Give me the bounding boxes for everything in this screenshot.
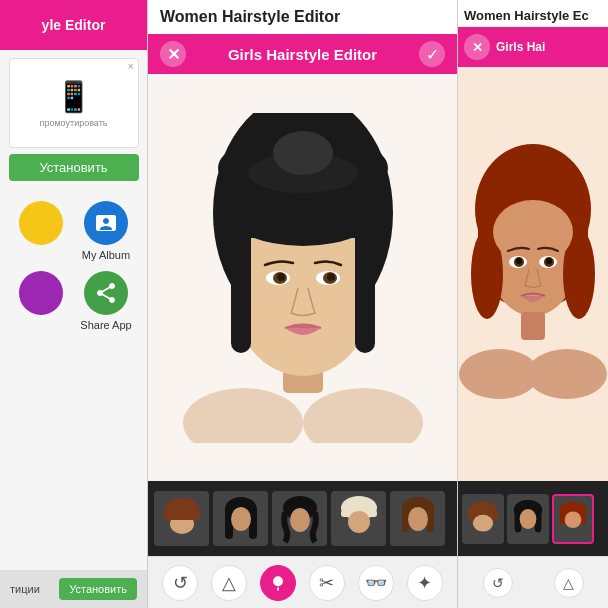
ad-box: × 📱 промоутировать xyxy=(9,58,139,148)
right-close-button[interactable]: ✕ xyxy=(464,34,490,60)
album-icon xyxy=(84,201,128,245)
right-panel: Women Hairstyle Ec ✕ Girls Hai xyxy=(458,0,608,608)
icon-item-yellow xyxy=(14,201,69,261)
svg-point-52 xyxy=(527,349,607,399)
icon-item-my-album[interactable]: My Album xyxy=(79,201,134,261)
yellow-icon xyxy=(19,201,63,245)
svg-point-17 xyxy=(183,388,303,443)
svg-rect-32 xyxy=(402,507,409,532)
middle-close-button[interactable]: ✕ xyxy=(160,41,186,67)
svg-rect-21 xyxy=(164,512,200,520)
right-hair-thumb-1[interactable] xyxy=(462,494,504,544)
hair-color-tool[interactable] xyxy=(260,565,296,601)
undo-tool[interactable]: ↺ xyxy=(162,565,198,601)
svg-point-59 xyxy=(520,508,537,528)
album-label: My Album xyxy=(82,249,130,261)
middle-face-svg xyxy=(173,113,433,443)
svg-point-34 xyxy=(408,507,428,531)
purple-icon xyxy=(19,271,63,315)
sparkle-tool[interactable]: ✦ xyxy=(407,565,443,601)
shape-tool[interactable]: △ xyxy=(211,565,247,601)
right-header-top: Women Hairstyle Ec xyxy=(458,0,608,27)
left-icons: My Album Share App xyxy=(0,201,147,331)
hair-thumb-4[interactable] xyxy=(331,491,386,546)
right-hair-thumb-2[interactable] xyxy=(507,494,549,544)
left-panel: yle Editor × 📱 промоутировать Установить… xyxy=(0,0,148,608)
ustanovit-button[interactable]: Установить xyxy=(59,578,137,600)
right-undo-tool[interactable]: ↺ xyxy=(483,568,513,598)
svg-point-55 xyxy=(473,514,493,531)
bottom-bar: тиции Установить xyxy=(0,570,147,608)
svg-point-18 xyxy=(303,388,423,443)
middle-panel: Women Hairstyle Editor ✕ Girls Hairstyle… xyxy=(148,0,458,608)
share-label: Share App xyxy=(80,319,131,331)
bottom-text: тиции xyxy=(10,583,40,595)
svg-point-48 xyxy=(516,258,522,264)
middle-sub-title: Girls Hairstyle Editor xyxy=(228,46,377,63)
svg-rect-13 xyxy=(231,223,251,353)
hairstyle-thumbnails-middle xyxy=(148,481,457,556)
install-button-top[interactable]: Установить xyxy=(9,154,139,181)
right-shape-tool[interactable]: △ xyxy=(554,568,584,598)
svg-point-62 xyxy=(565,511,582,528)
svg-point-12 xyxy=(327,273,335,281)
left-header-title: yle Editor xyxy=(42,17,106,33)
middle-check-button[interactable]: ✓ xyxy=(419,41,445,67)
ad-close-icon[interactable]: × xyxy=(128,61,134,72)
right-app-title: Women Hairstyle Ec xyxy=(464,8,602,23)
hair-thumb-3[interactable] xyxy=(272,491,327,546)
cut-tool[interactable]: ✂ xyxy=(309,565,345,601)
right-hairstyle-thumbs xyxy=(458,481,608,556)
hair-thumb-1[interactable] xyxy=(154,491,209,546)
share-icon xyxy=(84,271,128,315)
svg-point-30 xyxy=(348,511,370,533)
middle-app-title: Women Hairstyle Editor xyxy=(160,8,445,26)
right-sub-title: Girls Hai xyxy=(496,40,545,54)
svg-rect-50 xyxy=(521,312,545,340)
right-face-area xyxy=(458,67,608,481)
glasses-tool[interactable]: 👓 xyxy=(358,565,394,601)
svg-point-16 xyxy=(273,131,333,175)
svg-rect-33 xyxy=(427,507,434,532)
middle-sub-header: ✕ Girls Hairstyle Editor ✓ xyxy=(148,34,457,74)
middle-header: Women Hairstyle Editor xyxy=(148,0,457,34)
svg-point-35 xyxy=(273,576,283,586)
right-face-svg xyxy=(459,134,607,414)
hair-thumb-5[interactable] xyxy=(390,491,445,546)
ad-phone-icon: 📱 xyxy=(55,79,92,114)
svg-point-43 xyxy=(493,200,573,264)
right-hair-thumb-active[interactable] xyxy=(552,494,594,544)
svg-point-27 xyxy=(290,508,310,532)
icon-item-share-app[interactable]: Share App xyxy=(79,271,134,331)
svg-point-11 xyxy=(277,273,285,281)
icon-item-purple xyxy=(14,271,69,331)
left-header: yle Editor xyxy=(0,0,147,50)
right-sub-header: ✕ Girls Hai xyxy=(458,27,608,67)
middle-face-area xyxy=(148,74,457,481)
svg-rect-14 xyxy=(355,223,375,353)
hair-thumb-2[interactable] xyxy=(213,491,268,546)
svg-point-25 xyxy=(231,507,251,531)
middle-bottom-tools: ↺ △ ✂ 👓 ✦ xyxy=(148,556,457,608)
right-bottom-tools: ↺ △ xyxy=(458,556,608,608)
ad-label: промоутировать xyxy=(40,118,108,128)
svg-point-49 xyxy=(546,258,552,264)
